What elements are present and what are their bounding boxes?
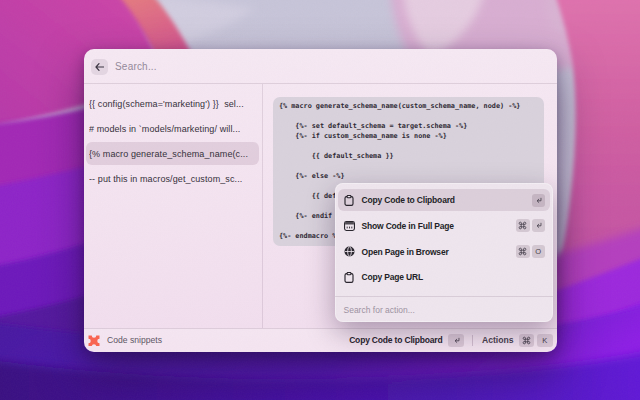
snippet-title: # models in `models/marketing/ will... [89,124,240,134]
menu-item-label: Copy Page URL [362,272,423,282]
menu-item-shortcut [532,194,546,207]
key-badge [516,219,530,232]
menu-item-label: Open Page in Browser [362,247,449,257]
snippet-list-item[interactable]: -- put this in macros/get_custom_sc... [86,167,259,190]
enter-key-badge [448,334,464,347]
menu-item-label: Copy Code to Clipboard [362,195,455,205]
menu-item-shortcut [516,219,545,232]
back-button[interactable] [91,59,108,75]
menu-item-shortcut: O [516,245,545,258]
globe-icon [344,246,355,257]
snippet-title: {{ config(schema='marketing') }} sel... [89,99,244,109]
action-search-placeholder: Search for action... [344,305,415,315]
snippet-list-item[interactable]: {% macro generate_schema_name(c... [86,142,259,165]
primary-action-label[interactable]: Copy Code to Clipboard [349,335,442,345]
key-badge [532,219,546,232]
search-header: Search... [84,49,557,84]
menu-item-show-code-in-full-page[interactable]: Show Code in Full Page [338,215,550,237]
window-icon [344,220,355,231]
menu-item-label: Show Code in Full Page [362,221,454,231]
actions-button[interactable]: Actions [482,335,514,345]
snippet-title: -- put this in macros/get_custom_sc... [89,174,242,184]
dbt-logo-icon [88,335,100,346]
status-bar: Code snippets Copy Code to Clipboard Act… [84,328,557,353]
search-input[interactable]: Search... [115,61,157,72]
snippet-list: {{ config(schema='marketing') }} sel...#… [84,84,263,328]
menu-item-open-page-in-browser[interactable]: Open Page in BrowserO [338,241,550,263]
menu-item-copy-page-url[interactable]: Copy Page URL [338,266,550,288]
snippet-list-item[interactable]: # models in `models/marketing/ will... [86,117,259,140]
back-arrow-icon [95,63,104,71]
screen: Search... {{ config(schema='marketing') … [0,0,640,400]
clipboard-icon [344,272,355,283]
footer-actions: Copy Code to Clipboard Actions K [349,334,552,347]
key-badge [519,334,535,347]
action-search-input[interactable]: Search for action... [335,296,553,322]
extension-chip: Code snippets [88,335,162,346]
footer-divider [472,335,473,346]
actions-menu: Copy Code to ClipboardShow Code in Full … [335,183,553,322]
actions-key-badges: K [519,334,553,347]
extension-name: Code snippets [107,335,162,345]
key-badge: O [532,245,546,258]
key-badge: K [537,334,553,347]
clipboard-icon [344,195,355,206]
snippet-title: {% macro generate_schema_name(c... [89,149,248,159]
key-badge [532,194,546,207]
menu-item-copy-code-to-clipboard[interactable]: Copy Code to Clipboard [338,189,550,211]
snippet-list-item[interactable]: {{ config(schema='marketing') }} sel... [86,92,259,115]
key-badge [516,245,530,258]
